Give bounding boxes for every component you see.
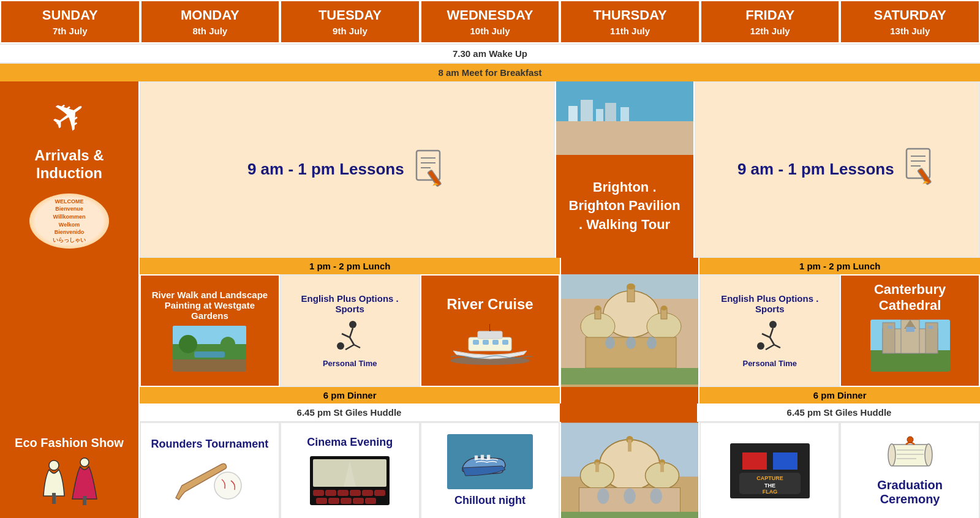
svg-rect-21 — [173, 359, 246, 372]
sports-icon — [334, 320, 365, 354]
chillout-photo — [447, 434, 533, 489]
svg-rect-83 — [313, 490, 324, 496]
plane-icon: ✈ — [40, 84, 98, 146]
svg-text:CAPTURE: CAPTURE — [756, 475, 783, 481]
svg-rect-36 — [473, 340, 479, 345]
dinner-bar-right: 6 pm Dinner — [699, 387, 980, 404]
svg-line-59 — [770, 328, 773, 337]
svg-text:THE: THE — [764, 482, 775, 489]
thu-afternoon-spacer — [560, 274, 699, 387]
capture-flag-photo: CAPTURE THE FLAG — [730, 443, 810, 498]
svg-line-61 — [770, 337, 774, 345]
svg-line-63 — [774, 345, 780, 348]
sunday-huddle-spacer — [0, 404, 140, 422]
westgate-photo — [173, 326, 246, 372]
svg-rect-72 — [888, 326, 892, 329]
svg-point-50 — [595, 306, 601, 310]
svg-point-127 — [907, 437, 913, 443]
boat-icon — [447, 319, 533, 365]
header-tuesday: TUESDAY 9th July — [280, 0, 420, 43]
svg-rect-85 — [337, 490, 349, 496]
wake-up-row: 7.30 am Wake Up — [0, 43, 980, 62]
evening-row: Eco Fashion Show Rounders Tournament — [0, 422, 980, 518]
rounders-icon — [170, 458, 249, 504]
sunday-afternoon — [0, 274, 140, 387]
svg-line-30 — [354, 345, 360, 348]
svg-rect-10 — [596, 109, 603, 121]
svg-marker-41 — [490, 324, 497, 330]
english-plus-fri-cell: English Plus Options . Sports Personal T… — [699, 274, 840, 387]
svg-rect-8 — [568, 106, 578, 121]
svg-rect-76 — [52, 493, 56, 504]
svg-rect-91 — [341, 498, 352, 504]
svg-text:FLAG: FLAG — [763, 489, 778, 495]
svg-rect-108 — [660, 462, 664, 472]
svg-rect-73 — [928, 326, 933, 329]
svg-rect-84 — [325, 490, 336, 496]
svg-rect-90 — [328, 498, 339, 504]
eco-fashion-cell: Eco Fashion Show — [0, 422, 140, 518]
svg-point-77 — [80, 458, 89, 467]
chillout-cell: Chillout night — [420, 422, 560, 518]
svg-point-122 — [888, 444, 895, 466]
lessons-row: ✈ Arrivals & Induction WELCOMEBienvenueW… — [0, 81, 980, 258]
calendar-header: SUNDAY 7th July MONDAY 8th July TUESDAY … — [0, 0, 980, 43]
svg-rect-116 — [773, 452, 797, 470]
svg-rect-93 — [365, 498, 376, 504]
svg-rect-0 — [417, 151, 440, 180]
lunch-bar-right: 1 pm - 2 pm Lunch — [699, 258, 980, 274]
graduation-cell: Graduation Ceremony — [840, 422, 980, 518]
svg-rect-87 — [362, 490, 373, 496]
svg-line-28 — [350, 337, 354, 345]
svg-line-26 — [350, 328, 353, 337]
svg-rect-102 — [628, 440, 631, 452]
thu-huddle-spacer — [559, 404, 698, 422]
thu-dinner-spacer — [560, 387, 699, 404]
lunch-row: 1 pm - 2 pm Lunch 1 pm - 2 pm Lunch — [0, 258, 980, 274]
svg-rect-74 — [906, 327, 914, 332]
svg-point-54 — [605, 337, 615, 349]
svg-rect-9 — [581, 100, 593, 121]
header-thursday: THURSDAY 11th July — [560, 0, 700, 43]
svg-point-123 — [925, 444, 932, 466]
rounders-cell: Rounders Tournament — [140, 422, 280, 518]
svg-rect-11 — [605, 103, 616, 121]
lessons-icon — [413, 149, 447, 189]
svg-rect-121 — [892, 445, 929, 466]
svg-rect-13 — [907, 149, 930, 178]
svg-point-48 — [627, 283, 635, 290]
svg-rect-92 — [353, 498, 364, 504]
svg-line-60 — [762, 334, 770, 337]
svg-point-64 — [757, 342, 764, 350]
svg-line-62 — [766, 345, 774, 350]
svg-rect-24 — [194, 351, 225, 358]
header-sunday: SUNDAY 7th July — [0, 0, 140, 43]
svg-rect-113 — [561, 511, 698, 518]
svg-point-111 — [624, 488, 636, 504]
svg-point-25 — [349, 321, 356, 328]
pavilion-photo — [561, 274, 698, 387]
thu-lunch-spacer — [560, 258, 699, 274]
breakfast-row: 8 am Meet for Breakfast — [0, 62, 980, 81]
afternoon-row: River Walk and Landscape Painting at Wes… — [0, 274, 980, 387]
svg-point-23 — [221, 337, 235, 351]
svg-point-75 — [49, 460, 59, 470]
header-monday: MONDAY 8th July — [140, 0, 281, 43]
svg-rect-12 — [620, 107, 629, 121]
svg-point-52 — [661, 306, 667, 310]
cinema-cell: Cinema Evening — [280, 422, 420, 518]
svg-point-79 — [214, 472, 241, 499]
header-wednesday: WEDNESDAY 10th July — [420, 0, 560, 43]
cinema-photo — [310, 456, 390, 505]
svg-rect-86 — [350, 490, 361, 496]
huddle-bar-left: 6.45 pm St Giles Huddle — [140, 404, 559, 422]
svg-rect-105 — [595, 462, 599, 472]
svg-rect-57 — [561, 368, 698, 385]
svg-point-112 — [650, 488, 663, 504]
fashion-icon — [32, 456, 106, 505]
svg-rect-35 — [478, 331, 502, 339]
graduation-icon — [886, 435, 935, 472]
welcome-globe: WELCOMEBienvenueWillkommenWelkomBienveni… — [29, 193, 109, 249]
svg-rect-38 — [492, 340, 499, 345]
capture-flag-cell: CAPTURE THE FLAG — [699, 422, 840, 518]
